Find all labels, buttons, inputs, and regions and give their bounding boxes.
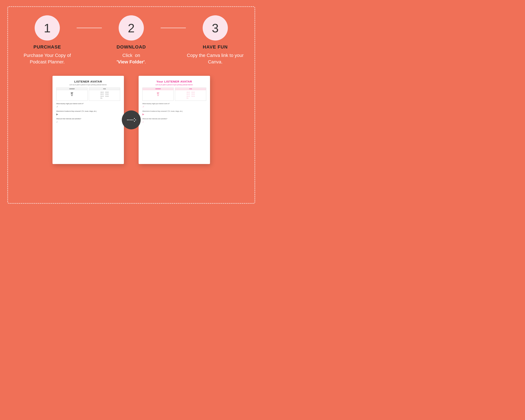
step-2-circle: 2	[119, 15, 144, 40]
colored-card-subtitle: Let's try to paint a picture of your pri…	[142, 84, 206, 85]
svg-point-0	[127, 120, 128, 120]
plain-interest-lines	[58, 121, 120, 122]
plain-media-field: ▶	[56, 113, 120, 116]
step-2-number: 2	[128, 21, 135, 35]
colored-media-label: What kind of media do they consume? (TV,…	[142, 111, 206, 112]
svg-point-7	[135, 120, 136, 120]
plain-media-section: What kind of media do they consume? (TV,…	[56, 111, 120, 116]
step-1-label: PURCHASE	[33, 44, 61, 50]
plain-interests-label: What are their interests and activities?	[56, 118, 120, 120]
plain-gender-header: GENDER	[56, 88, 87, 90]
colored-interests-label: What are their interests and activities?	[142, 118, 206, 120]
step-2-label: DOWNLOAD	[117, 44, 146, 50]
plain-age-header: AGE	[89, 88, 120, 90]
step-3-desc: Copy the Canva link to your Canva.	[186, 52, 245, 65]
colored-media-field: ▶	[142, 113, 206, 116]
svg-point-6	[134, 121, 135, 121]
plain-interests-section: What are their interests and activities?…	[56, 118, 120, 124]
colored-gender-box: GENDER ⚧	[142, 88, 174, 101]
colored-industry-section: What industry might your listener work i…	[142, 103, 206, 109]
colored-gender-header: GENDER	[143, 88, 173, 90]
colored-age-box: AGE 18-2425-29 30-3435-39 40-4445-49 50+	[175, 88, 206, 101]
colored-age-list: 18-2425-29 30-3435-39 40-4445-49 50+	[187, 91, 195, 99]
colored-media-section: What kind of media do they consume? (TV,…	[142, 111, 206, 116]
plain-card: LISTENER AVATAR Let's try to paint a pic…	[53, 76, 124, 164]
step-1-desc: Purchase Your Copy of Podcast Planner.	[18, 52, 77, 65]
svg-point-1	[128, 120, 129, 120]
step-1: 1 PURCHASE Purchase Your Copy of Podcast…	[18, 15, 77, 65]
plain-card-subtitle: Let's try to paint a picture of your pri…	[56, 84, 120, 85]
gender-icon: ⚧	[70, 92, 74, 97]
arrow-button[interactable]	[122, 111, 141, 129]
colored-card: Your LISTENER AVATAR Let's try to paint …	[139, 76, 210, 164]
plain-industry-lines	[59, 106, 120, 107]
colored-interest-lines	[144, 121, 206, 122]
svg-point-5	[134, 118, 135, 119]
colored-checkmark-icon: ✓	[142, 105, 144, 108]
plain-interests-field: ♪	[56, 120, 120, 123]
colored-gender-icon: ⚧	[156, 92, 159, 97]
colored-play-icon: ▶	[142, 113, 144, 116]
svg-point-3	[131, 120, 132, 120]
step-2: 2 DOWNLOAD Click on 'View Folder'.	[102, 15, 161, 65]
step-1-number: 1	[44, 21, 51, 35]
colored-gender-age-row: GENDER ⚧ AGE 18-2425-29 30-3435-39 40-44…	[142, 88, 206, 101]
play-icon: ▶	[56, 113, 58, 116]
colored-interests-section: What are their interests and activities?…	[142, 118, 206, 124]
svg-point-4	[132, 120, 133, 120]
svg-point-2	[130, 120, 131, 120]
plain-card-title: LISTENER AVATAR	[56, 80, 120, 83]
plain-industry-section: What industry might your listener work i…	[56, 103, 120, 109]
steps-row: 1 PURCHASE Purchase Your Copy of Podcast…	[12, 15, 250, 65]
plain-industry-label: What industry might your listener work i…	[56, 103, 120, 104]
colored-card-title: Your LISTENER AVATAR	[142, 80, 206, 83]
preview-row: LISTENER AVATAR Let's try to paint a pic…	[53, 76, 210, 164]
colored-age-header: AGE	[175, 88, 206, 90]
step-1-circle: 1	[35, 15, 60, 40]
step-2-desc: Click on 'View Folder'.	[117, 52, 146, 65]
connector-2-3	[161, 28, 186, 28]
plain-age-list: 18-2425-29 30-3435-39 40-4445-49 50+	[100, 91, 109, 99]
colored-industry-lines	[145, 106, 206, 107]
checkmark-icon: ✓	[56, 105, 58, 108]
plain-age-box: AGE 18-2425-29 30-3435-39 40-4445-49 50+	[89, 88, 120, 101]
music-icon: ♪	[56, 120, 57, 123]
arrow-right-icon	[126, 117, 137, 123]
step-3: 3 HAVE FUN Copy the Canva link to your C…	[186, 15, 245, 65]
colored-interests-field: ♪	[142, 120, 206, 123]
plain-industry-field: ✓	[56, 105, 120, 108]
colored-gender-body: ⚧	[143, 90, 173, 99]
connector-1-2	[77, 28, 102, 28]
plain-gender-box: GENDER ⚧	[56, 88, 88, 101]
colored-media-lines	[145, 114, 206, 114]
step-3-circle: 3	[203, 15, 228, 40]
plain-media-label: What kind of media do they consume? (TV,…	[56, 111, 120, 112]
step-3-number: 3	[212, 21, 219, 35]
plain-gender-age-row: GENDER ⚧ AGE 18-2425-29 30-3435-39 40-44…	[56, 88, 120, 101]
step-3-label: HAVE FUN	[203, 44, 228, 50]
main-container: 1 PURCHASE Purchase Your Copy of Podcast…	[7, 6, 255, 204]
colored-industry-label: What industry might your listener work i…	[142, 103, 206, 104]
colored-age-body: 18-2425-29 30-3435-39 40-4445-49 50+	[175, 90, 206, 101]
colored-music-icon: ♪	[142, 120, 144, 123]
colored-industry-field: ✓	[142, 105, 206, 108]
plain-gender-body: ⚧	[56, 90, 87, 99]
plain-media-lines	[59, 114, 120, 114]
plain-age-body: 18-2425-29 30-3435-39 40-4445-49 50+	[89, 90, 120, 101]
